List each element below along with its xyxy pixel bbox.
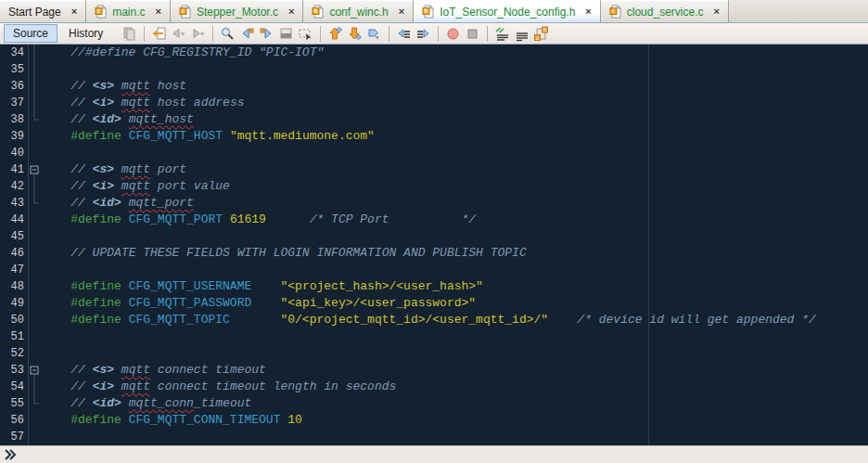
toggle-header-source-icon[interactable]: hc [533, 26, 549, 42]
fold-marker [29, 262, 40, 278]
code-segment: <i> [93, 179, 114, 193]
tab-main-c[interactable]: cmain.c× [86, 0, 171, 22]
comment-icon[interactable] [494, 26, 510, 42]
code-segment: host address [150, 96, 244, 109]
tab-close-icon[interactable]: × [399, 6, 404, 17]
code-line[interactable]: 52 [0, 345, 868, 362]
code-line[interactable]: 40 [0, 145, 868, 161]
back-icon[interactable] [171, 26, 186, 42]
last-edit-location-icon[interactable] [151, 26, 167, 42]
code-line[interactable]: 46 // UPDATE THESE FIELDS WITH LOGIN INF… [0, 245, 868, 262]
fold-marker [29, 395, 40, 412]
code-line[interactable]: 45 [0, 228, 868, 245]
svg-text:h: h [314, 7, 318, 15]
tab-close-icon[interactable]: × [155, 6, 160, 17]
code-line[interactable]: 55 // <id> mqtt_conn_timeout [0, 395, 868, 412]
code-line[interactable]: 54 // <i> mqtt connect timeout length in… [0, 379, 868, 395]
line-number: 50 [0, 312, 29, 328]
code-line[interactable]: 48 #define CFG_MQTT_USERNAME "<project_h… [0, 278, 868, 295]
tab-close-icon[interactable]: × [714, 6, 720, 17]
code-line[interactable]: 34 //#define CFG_REGISTRY_ID "PIC-IOT" [0, 45, 868, 61]
code-segment: <s> [93, 363, 114, 377]
shift-right-icon[interactable] [415, 26, 431, 42]
code-editor[interactable]: 34 //#define CFG_REGISTRY_ID "PIC-IOT"35… [0, 45, 868, 445]
code-segment [114, 79, 121, 93]
code-segment: // [70, 179, 92, 193]
toolbar-separator [487, 26, 488, 42]
code-segment: CFG_MQTT_TOPIC [129, 313, 230, 327]
fold-marker [29, 195, 40, 212]
fold-marker [29, 145, 40, 161]
line-number: 49 [0, 295, 29, 312]
forward-icon[interactable] [190, 26, 206, 42]
tab-stepper-motor-c[interactable]: cStepper_Motor.c× [171, 0, 304, 22]
code-segment [42, 179, 70, 193]
breadcrumb-expand-icon[interactable] [3, 448, 18, 461]
start-macro-recording-icon[interactable] [445, 26, 461, 42]
toggle-highlight-search-icon[interactable] [278, 26, 294, 42]
shift-left-icon[interactable] [396, 26, 412, 42]
code-segment [121, 313, 129, 327]
code-segment [114, 96, 121, 109]
code-line[interactable]: 44 #define CFG_MQTT_PORT 61619 /* TCP Po… [0, 212, 868, 228]
code-segment [42, 162, 70, 176]
code-line[interactable]: 57 [0, 429, 868, 445]
tab-close-icon[interactable]: × [585, 6, 591, 17]
code-line[interactable]: 49 #define CFG_MQTT_PASSWORD "<api_key>/… [0, 295, 868, 312]
code-line[interactable]: 41 // <s> mqtt port [0, 161, 868, 178]
fold-marker [29, 295, 40, 312]
code-line[interactable]: 35 [0, 61, 868, 78]
tab-close-icon[interactable]: × [71, 6, 77, 17]
find-icon[interactable] [220, 26, 236, 42]
tab-conf-winc-h[interactable]: hconf_winc.h× [303, 0, 414, 22]
line-number: 41 [0, 161, 29, 178]
code-line[interactable]: 37 // <i> mqtt host address [0, 95, 868, 111]
line-number: 44 [0, 212, 29, 228]
history-view-button[interactable]: History [59, 24, 112, 43]
code-line[interactable]: 43 // <id> mqtt_port [0, 195, 868, 212]
code-line[interactable]: 39 #define CFG_MQTT_HOST "mqtt.mediumone… [0, 128, 868, 145]
fold-collapse-icon[interactable] [29, 161, 40, 178]
line-number: 35 [0, 61, 29, 78]
code-segment: #define [70, 413, 121, 427]
code-segment: /* TCP Port */ [310, 212, 476, 226]
code-segment: <s> [93, 162, 114, 176]
source-view-button[interactable]: Source [4, 24, 57, 43]
tab-start-page[interactable]: Start Page× [0, 0, 86, 22]
toolbar-separator [212, 26, 213, 42]
tab-close-icon[interactable]: × [288, 6, 294, 17]
code-line[interactable]: 50 #define CFG_MQTT_TOPIC "0/<project_mq… [0, 312, 868, 328]
code-segment [42, 379, 70, 393]
find-next-icon[interactable] [259, 26, 274, 42]
tab-cloud-service-c[interactable]: ccloud_service.c× [601, 0, 729, 22]
code-line[interactable]: 42 // <i> mqtt port value [0, 178, 868, 195]
diff-icon[interactable] [121, 26, 137, 42]
code-segment [121, 396, 129, 410]
tab-iot-sensor-node-config-h[interactable]: hIoT_Sensor_Node_config.h× [414, 0, 601, 22]
code-line[interactable]: 47 [0, 262, 868, 278]
previous-bookmark-icon[interactable] [327, 26, 343, 42]
code-segment: // [70, 79, 92, 93]
tab-label: Stepper_Motor.c [197, 6, 278, 19]
code-line[interactable]: 36 // <s> mqtt host [0, 78, 868, 95]
code-line[interactable]: 56 #define CFG_MQTT_CONN_TIMEOUT 10 [0, 412, 868, 429]
code-text: //#define CFG_REGISTRY_ID "PIC-IOT" [40, 45, 324, 61]
uncomment-icon[interactable] [514, 26, 530, 42]
code-text: // <s> mqtt port [40, 161, 186, 178]
code-segment [42, 96, 70, 109]
toggle-bookmark-icon[interactable] [366, 26, 382, 42]
tab-label: Start Page [8, 6, 61, 19]
find-previous-icon[interactable] [239, 26, 255, 42]
rectangular-selection-icon[interactable] [298, 26, 313, 42]
code-segment: connect timeout length in seconds [150, 379, 396, 393]
h-file-icon: h [312, 5, 325, 19]
code-segment: #define [70, 296, 121, 310]
code-line[interactable]: 51 [0, 328, 868, 345]
code-line[interactable]: 53 // <s> mqtt connect timeout [0, 362, 868, 379]
code-line[interactable]: 38 // <id> mqtt_host [0, 111, 868, 128]
next-bookmark-icon[interactable] [347, 26, 363, 42]
fold-collapse-icon[interactable] [29, 362, 40, 379]
tab-label: IoT_Sensor_Node_config.h [440, 6, 575, 19]
code-text: #define CFG_MQTT_CONN_TIMEOUT 10 [40, 412, 302, 429]
stop-macro-recording-icon[interactable] [465, 26, 480, 42]
